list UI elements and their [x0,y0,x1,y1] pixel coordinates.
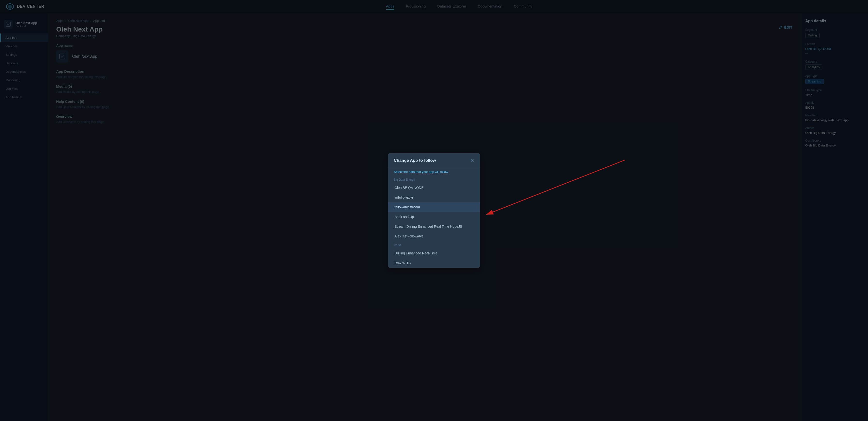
modal-item-oleh-be-qa-node[interactable]: Oleh BE QA NODE [388,183,480,193]
svg-line-5 [486,160,625,215]
modal-item-raw-wits[interactable]: Raw WITS [388,258,480,268]
modal-overlay[interactable]: Change App to follow ✕ Select the data t… [0,0,868,421]
modal-item-drilling-enhanced[interactable]: Drilling Enhanced Real-Time [388,248,480,258]
modal-group-big-data-energy: Big Data Energy [388,175,480,183]
modal-item-stream-drilling[interactable]: Stream Drilling Enhanced Real Time NodeJ… [388,222,480,231]
modal-title: Change App to follow [394,158,436,163]
modal-group-corva: Corva [388,241,480,248]
modal-list: Big Data Energy Oleh BE QA NODE imfollow… [388,175,480,268]
modal-subtitle: Select the data that your app will follo… [388,167,480,175]
modal-item-followablestream[interactable]: followablestream [388,202,480,212]
modal-close-button[interactable]: ✕ [470,158,474,163]
modal-item-alex-test[interactable]: AlexTestFollowable [388,231,480,241]
change-app-modal: Change App to follow ✕ Select the data t… [388,153,480,268]
modal-item-back-and-up[interactable]: Back and Up [388,212,480,222]
modal-header: Change App to follow ✕ [388,153,480,167]
modal-item-imfollowable[interactable]: imfollowable [388,193,480,202]
